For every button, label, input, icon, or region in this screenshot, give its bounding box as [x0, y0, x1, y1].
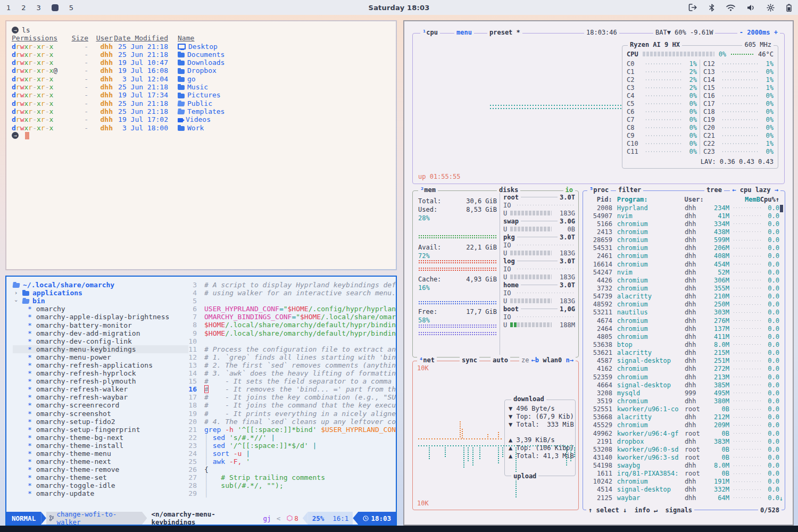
process-row[interactable]: 54739alacrittydhh210M0.0	[586, 293, 779, 301]
prompt-line[interactable]: →	[12, 132, 396, 139]
ls-name[interactable]: Documents	[168, 51, 225, 59]
code-line[interactable]: 4# using walker for an interactive searc…	[183, 289, 396, 297]
tree-item[interactable]: *omarchy-refresh-hyprlock	[13, 369, 182, 377]
process-row[interactable]: 1611irq/81-PIXA3854:root0B0.0	[586, 470, 779, 478]
tree-item[interactable]: *omarchy-setup-fido2	[13, 418, 182, 426]
tree-item[interactable]: *omarchy-screenshot	[13, 410, 182, 418]
process-row[interactable]: 52551kworker/u96:1-coroot0B0.0	[586, 405, 779, 413]
process-row[interactable]: 43140kworker/u96:3-sdroot0B0.0	[586, 453, 779, 461]
tree-item[interactable]: ›bin	[13, 297, 182, 305]
tree-item[interactable]: *omarchy-theme-install	[13, 442, 182, 450]
tree-item[interactable]: *omarchy-apple-display-brightness	[13, 313, 182, 321]
tree-item[interactable]: *omarchy-refresh-plymouth	[13, 377, 182, 385]
tree-root[interactable]: ~/.local/share/omarchy	[13, 281, 182, 289]
process-row[interactable]: 48592chromiumdhh250M0.0	[586, 301, 779, 309]
ls-name[interactable]: Dropbox	[168, 66, 217, 74]
code-line[interactable]: 22│ sed 's/#.*//' |	[183, 434, 396, 442]
code-line[interactable]: 19# - It prints everything in a nicely a…	[183, 410, 396, 418]
proc-scroll-down[interactable]: ↓	[779, 495, 783, 502]
proc-sort-control[interactable]: ← cpu lazy →	[730, 186, 780, 194]
code-line[interactable]: 9$HOME/.local/share/omarchy/default/hypr…	[183, 329, 396, 337]
io-label[interactable]: io	[563, 186, 575, 194]
tree-item[interactable]: *omarchy-refresh-waybar	[13, 393, 182, 401]
ls-name[interactable]: Desktop	[168, 43, 218, 51]
tree-item[interactable]: *omarchy-toggle-idle	[13, 481, 182, 489]
code-line[interactable]: 27│ # Strip trailing comments	[183, 473, 396, 481]
tree-item[interactable]: *omarchy-dev-config-link	[13, 337, 182, 345]
process-row[interactable]: 4162chromiumdhh272M0.0	[586, 365, 779, 373]
code-line[interactable]: 6USER_HYPRLAND_CONF="$HOME/.config/hypr/…	[183, 305, 396, 313]
code-line[interactable]: 21grep -h '^[[:space:]]*bind' $USER_HYPR…	[183, 426, 396, 434]
proc-tree-button[interactable]: tree	[704, 186, 724, 194]
process-row[interactable]: 53668alacrittydhh212M0.0	[586, 413, 779, 421]
ls-name[interactable]: Pictures	[168, 91, 221, 99]
process-row[interactable]: 2413chromiumdhh438M0.0	[586, 228, 779, 236]
code-line[interactable]: 13# 2. The first `sed` removes comments …	[183, 361, 396, 369]
tree-item[interactable]: ›applications	[13, 289, 182, 297]
tree-item[interactable]: *omarchy-theme-bg-next	[13, 434, 182, 442]
process-row[interactable]: 4426chromiumdhh306M0.0	[586, 276, 779, 284]
ls-name[interactable]: Videos	[168, 115, 211, 123]
tree-item-selected[interactable]: *omarchy-menu-keybindings	[13, 345, 188, 353]
proc-filter-button[interactable]: filter	[616, 186, 643, 194]
net-sync-button[interactable]: sync	[460, 356, 479, 364]
tree-item[interactable]: *omarchy-refresh-applications	[13, 361, 182, 369]
tab-mem[interactable]: ²mem	[418, 186, 438, 194]
volume-icon[interactable]	[747, 4, 755, 11]
update-interval[interactable]: - 2000ms +	[737, 29, 780, 36]
process-row[interactable]: 28659chromiumdhh599M0.0	[586, 236, 779, 244]
tree-item[interactable]: *omarchy-menu-power	[13, 353, 182, 361]
code-line[interactable]: 24│ sort -u |	[183, 450, 396, 458]
tab-cpu[interactable]: ¹cpu	[420, 29, 440, 36]
tree-item[interactable]: *omarchy-battery-monitor	[13, 321, 182, 329]
process-row[interactable]: 53208kworker/u96:0-sdroot0B0.0	[586, 445, 779, 453]
tree-item[interactable]: *omarchy-theme-set	[13, 473, 182, 481]
wifi-icon[interactable]	[726, 4, 735, 11]
process-row[interactable]: 10242chromiumdhh191M0.0	[586, 478, 779, 486]
tree-item[interactable]: *omarchy-theme-menu	[13, 450, 182, 458]
code-line[interactable]: 29│	[183, 489, 396, 497]
process-row[interactable]: 3519chromiumdhh380M0.0	[586, 397, 779, 405]
ls-name[interactable]: Templates	[168, 107, 225, 115]
process-row[interactable]: 54247nvimdhh52M0.0	[586, 268, 779, 276]
tree-item[interactable]: *omarchy-theme-remove	[13, 466, 182, 473]
code-line[interactable]: 17# - It joins the key combination (e.g.…	[183, 393, 396, 401]
tree-item[interactable]: *omarchy-refresh-walker	[13, 385, 182, 393]
code-line[interactable]: 12# 1. `grep` finds all lines starting w…	[183, 353, 396, 361]
process-row[interactable]: 54531chromiumdhh206M0.0	[586, 244, 779, 252]
process-row[interactable]: 2191dropboxdhh383M0.0	[586, 437, 779, 445]
process-row[interactable]: 3208mysqld999495M0.0	[586, 389, 779, 397]
process-row[interactable]: 54907nvimdhh41M0.0	[586, 212, 779, 220]
ls-name[interactable]: Work	[168, 124, 204, 132]
code-line[interactable]: 3# A script to display Hyprland keybindi…	[183, 281, 396, 289]
git-branch[interactable]: change-wofi-to-walker	[46, 512, 142, 525]
ls-name[interactable]: Music	[168, 83, 208, 91]
code-line[interactable]: 25│ awk -F, '	[183, 458, 396, 466]
process-row[interactable]: 49962kworker/u96:4-gfroot0B0.0	[586, 429, 779, 437]
process-row[interactable]: 53638btopdhh8.0M0.0	[586, 340, 779, 348]
tab-proc[interactable]: ⁵proc	[587, 186, 611, 194]
code-line[interactable]: 20# 4. The final `sed` cleans up any lef…	[183, 418, 396, 426]
code-line[interactable]: 23│ sed '/^[[:space:]]*$/d' |	[183, 442, 396, 450]
tab-net[interactable]: ⁴net	[417, 356, 437, 364]
process-row[interactable]: 4514signal-desktopdhh332M0.0	[586, 486, 779, 494]
tree-item[interactable]: *omarchy-update	[13, 489, 182, 497]
process-row[interactable]: 53211nautilusdhh303M0.0	[586, 309, 779, 317]
process-row[interactable]: 54198swaybgdhh8.0M0.0	[586, 462, 779, 470]
process-row[interactable]: 2008Hyprlanddhh234M0.0	[586, 204, 779, 212]
process-row[interactable]: 4587signal-desktopdhh251M0.0	[586, 357, 779, 365]
proc-header-Pid[interactable]: Pid:	[586, 196, 612, 203]
proc-header-Program[interactable]: Program:	[612, 196, 685, 203]
workspace-3[interactable]: 3	[37, 4, 41, 12]
code-line[interactable]: 11# Process the configuration file to ex…	[183, 345, 396, 353]
workspace-2[interactable]: 2	[21, 4, 26, 12]
logout-icon[interactable]	[688, 4, 697, 11]
code-line[interactable]: 18# - It joins the command that the key …	[183, 401, 396, 409]
code-line[interactable]: 10	[183, 337, 396, 345]
code-line[interactable]: 7OMARCHY_BINDINGS_CONF="$HOME/.local/sha…	[183, 313, 396, 321]
code-line[interactable]: 5	[183, 297, 396, 305]
process-row[interactable]: 52359chromiumdhh213M0.0	[586, 373, 779, 381]
ls-name[interactable]: Downloads	[168, 59, 225, 66]
gear-icon[interactable]	[767, 4, 775, 12]
proc-header-User[interactable]: User:	[685, 196, 706, 203]
